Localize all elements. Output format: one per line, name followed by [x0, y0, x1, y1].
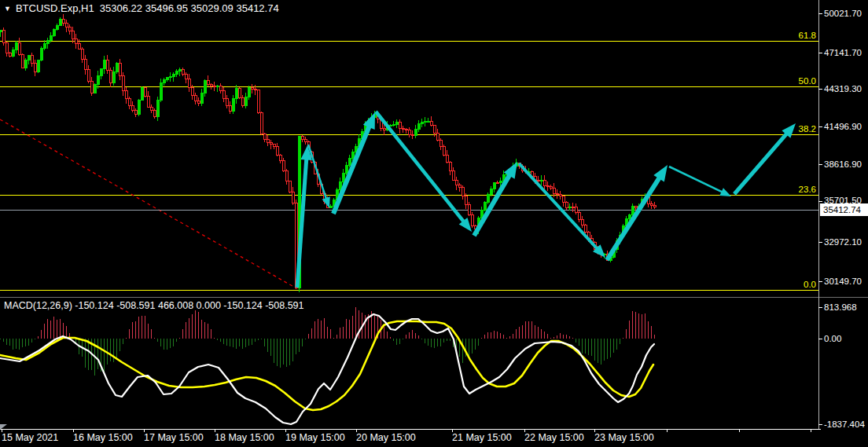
symbol-period-label: BTCUSD.Exp,H1	[16, 2, 94, 14]
close-value: 35412.74	[236, 2, 278, 14]
title-spacer	[94, 2, 100, 14]
chart-canvas[interactable]	[0, 0, 868, 447]
chart-title: ▼BTCUSD.Exp,H1 35306.22 35496.95 35029.0…	[4, 2, 279, 14]
low-value: 35029.09	[191, 2, 234, 14]
chart-window: ▼BTCUSD.Exp,H1 35306.22 35496.95 35029.0…	[0, 0, 868, 447]
high-value: 35496.95	[145, 2, 188, 14]
current-price-box: 35412.74	[820, 203, 868, 216]
scroll-corner-icon	[0, 424, 7, 430]
macd-indicator-label: MACD(12,26,9) -150.124 -508.591 466.008 …	[4, 300, 304, 311]
symbol-dropdown-icon[interactable]: ▼	[4, 5, 11, 13]
open-value: 35306.22	[100, 2, 142, 14]
